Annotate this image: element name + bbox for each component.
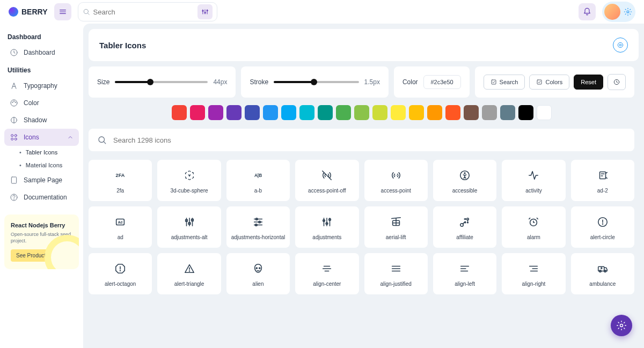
icon-cell[interactable]: adjustments — [295, 206, 358, 248]
brand-logo[interactable]: BERRY — [9, 7, 48, 17]
typography-icon — [10, 82, 18, 90]
icon-label: a-b — [254, 188, 262, 194]
icon-cell[interactable]: align-left — [433, 253, 496, 294]
color-swatch[interactable] — [427, 105, 442, 120]
color-swatch[interactable] — [172, 105, 187, 120]
stroke-slider[interactable] — [274, 81, 358, 83]
ambulance-icon — [597, 263, 609, 275]
sidebar-item-documentation[interactable]: Documentation — [4, 189, 79, 206]
page-header: Tabler Icons — [89, 29, 639, 61]
promo-card: React Nodejs Berry Open-source full-stac… — [4, 214, 79, 269]
colors-toggle-button[interactable]: Colors — [529, 75, 569, 90]
sidebar-item-color[interactable]: Color — [4, 94, 79, 112]
sidebar-toggle-button[interactable] — [54, 3, 71, 20]
sidebar-subitem-tabler-icons[interactable]: Tabler Icons — [4, 146, 79, 159]
search-filters-button[interactable] — [197, 4, 213, 19]
color-swatch[interactable] — [391, 105, 406, 120]
color-swatch[interactable] — [263, 105, 278, 120]
color-swatch[interactable] — [226, 105, 241, 120]
external-link-button[interactable] — [613, 38, 628, 53]
color-swatch[interactable] — [464, 105, 479, 120]
search-toggle-button[interactable]: Search — [484, 75, 525, 90]
color-swatch[interactable] — [500, 105, 515, 120]
sidebar-subitem-material-icons[interactable]: Material Icons — [4, 159, 79, 172]
color-swatch[interactable] — [281, 105, 296, 120]
svg-point-18 — [11, 135, 13, 137]
color-swatch[interactable] — [537, 105, 552, 120]
icon-cell[interactable]: adjustments-horizontal — [226, 206, 290, 248]
icon-cell[interactable]: accessible — [433, 160, 496, 201]
svg-rect-22 — [11, 177, 16, 183]
icon-cell[interactable]: alert-triangle — [157, 253, 221, 294]
icon-cell[interactable]: ad-2 — [571, 160, 634, 201]
icon-cell[interactable]: ambulance — [571, 253, 634, 294]
brand-name: BERRY — [21, 8, 48, 16]
svg-point-35 — [464, 173, 465, 174]
icon-cell[interactable]: 3d-cube-sphere — [157, 160, 221, 201]
icon-cell[interactable]: Adad — [89, 206, 152, 248]
icon-cell[interactable]: alert-octagon — [89, 253, 152, 294]
icon-cell[interactable]: align-right — [502, 253, 565, 294]
color-swatch[interactable] — [208, 105, 223, 120]
color-swatch[interactable] — [318, 105, 333, 120]
search-icon — [97, 135, 107, 145]
dashboard-icon — [10, 48, 18, 57]
align-center-icon — [321, 263, 333, 275]
icon-cell[interactable]: affiliate — [433, 206, 496, 248]
icon-search-input[interactable] — [113, 136, 626, 144]
color-swatch[interactable] — [409, 105, 424, 120]
profile-menu[interactable] — [602, 2, 635, 22]
sidebar-group-label: Utilities — [4, 61, 79, 77]
color-swatch[interactable] — [354, 105, 369, 120]
icon-cell[interactable]: alarm — [502, 206, 565, 248]
color-hex-input[interactable] — [423, 75, 461, 89]
icon-cell[interactable]: aerial-lift — [364, 206, 428, 248]
reset-button[interactable]: Reset — [574, 75, 603, 90]
icon-cell[interactable]: alert-circle — [571, 206, 634, 248]
sidebar-item-shadow[interactable]: Shadow — [4, 112, 79, 129]
help-icon — [10, 193, 18, 202]
sidebar-item-dashboard[interactable]: Dashboard — [4, 44, 79, 61]
sidebar-item-sample-page[interactable]: Sample Page — [4, 172, 79, 189]
global-search-input[interactable] — [93, 8, 194, 16]
color-swatch[interactable] — [299, 105, 314, 120]
svg-point-70 — [602, 224, 603, 224]
sidebar-item-icons[interactable]: Icons — [4, 129, 79, 146]
svg-rect-28 — [537, 80, 541, 84]
icon-cell[interactable]: 2FA2fa — [89, 160, 152, 201]
promo-cta-button[interactable]: See Product — [11, 249, 51, 262]
global-search[interactable] — [78, 2, 217, 21]
size-slider[interactable] — [115, 81, 208, 83]
icon-label: accessible — [452, 188, 478, 194]
color-swatch[interactable] — [245, 105, 260, 120]
adjustments-alt-icon — [184, 216, 195, 228]
icon-cell[interactable]: access-point-off — [295, 160, 358, 201]
icon-search[interactable] — [89, 129, 634, 151]
icon-cell[interactable]: align-justified — [364, 253, 428, 294]
settings-fab[interactable] — [611, 315, 632, 336]
icon-label: alert-octagon — [105, 281, 136, 287]
icon-cell[interactable]: activity — [502, 160, 565, 201]
icon-label: align-left — [455, 281, 475, 287]
stroke-control: Stroke 1.5px — [241, 66, 388, 98]
svg-point-14 — [12, 102, 13, 102]
color-swatch[interactable] — [518, 105, 533, 120]
icon-cell[interactable]: align-center — [295, 253, 358, 294]
svg-point-15 — [13, 101, 14, 101]
svg-text:2FA: 2FA — [116, 173, 125, 178]
color-swatch[interactable] — [336, 105, 351, 120]
icon-cell[interactable]: A|Ba-b — [226, 160, 290, 201]
icon-cell[interactable]: adjustments-alt — [157, 206, 221, 248]
notifications-button[interactable] — [579, 3, 596, 20]
sidebar-item-typography[interactable]: Typography — [4, 77, 79, 94]
icon-cell[interactable]: access-point — [364, 160, 428, 201]
alert-circle-icon — [597, 216, 609, 228]
color-swatch[interactable] — [445, 105, 460, 120]
color-swatch[interactable] — [190, 105, 205, 120]
action-buttons: Search Colors Reset — [475, 66, 634, 98]
color-swatch[interactable] — [372, 105, 387, 120]
icon-cell[interactable]: alien — [226, 253, 290, 294]
color-swatch[interactable] — [482, 105, 497, 120]
apps-icon — [10, 133, 18, 142]
history-button[interactable] — [608, 74, 626, 90]
